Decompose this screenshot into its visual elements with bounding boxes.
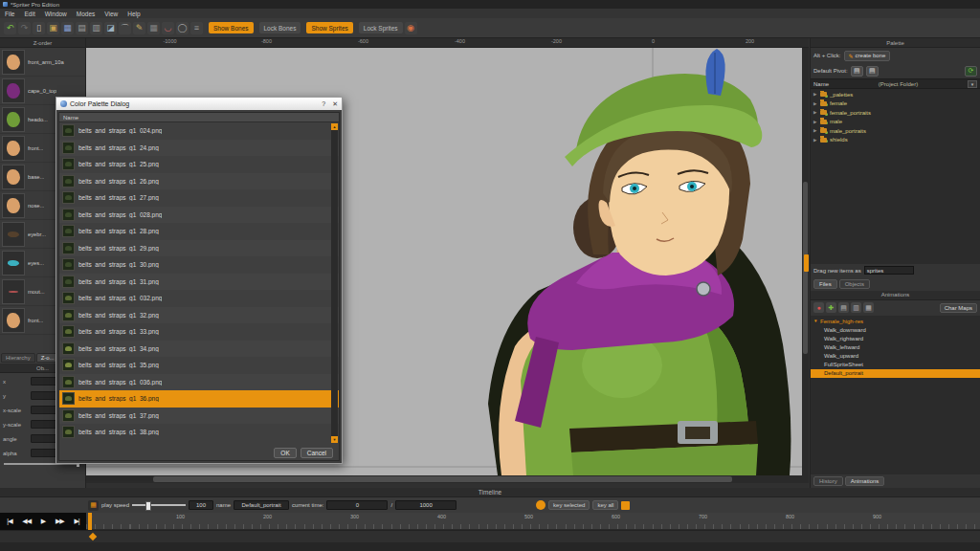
- palette-file-row[interactable]: belts_and_straps_g1_032.png: [59, 290, 339, 307]
- titlebar[interactable]: *Spriter Pro Edition: [0, 0, 980, 9]
- palette-file-row[interactable]: belts_and_straps_g1_36.png: [59, 390, 339, 408]
- char-maps-button[interactable]: Char Maps: [940, 303, 977, 313]
- zorder-row[interactable]: front_arm_10a: [0, 48, 85, 77]
- toolbar-icon[interactable]: ▦: [147, 22, 160, 34]
- panel-splitter-handle[interactable]: [804, 254, 809, 272]
- palette-file-row[interactable]: belts_and_straps_g1_024.png: [59, 122, 339, 140]
- ok-button[interactable]: OK: [274, 448, 296, 458]
- scroll-down-button[interactable]: ▼: [331, 436, 338, 443]
- toolbar-icon[interactable]: ▥: [90, 22, 102, 34]
- palette-file-row[interactable]: belts_and_straps_g1_036.png: [59, 374, 339, 391]
- current-time-field[interactable]: 0: [326, 500, 388, 510]
- scrollbar-thumb[interactable]: [153, 476, 732, 482]
- dialog-close-button[interactable]: ✕: [332, 100, 338, 108]
- tab-hierarchy[interactable]: Hierarchy: [1, 353, 35, 363]
- toolbar-icon[interactable]: ◉: [405, 22, 417, 34]
- tab-objects[interactable]: Objects: [839, 279, 870, 289]
- palette-file-row[interactable]: belts_and_straps_g1_31.png: [59, 274, 339, 291]
- toolbar-icon[interactable]: ⌒: [119, 22, 131, 34]
- duration-field[interactable]: 1000: [395, 500, 457, 510]
- playhead[interactable]: [88, 513, 92, 530]
- menu-item[interactable]: Edit: [19, 11, 39, 17]
- show-sprites-button[interactable]: Show Sprites: [306, 22, 352, 33]
- play-speed-value[interactable]: 100: [189, 500, 213, 510]
- palette-file-row[interactable]: belts_and_straps_g1_32.png: [59, 307, 339, 324]
- transport-button[interactable]: |◀: [7, 518, 11, 525]
- expand-icon[interactable]: ▶: [813, 110, 818, 115]
- pivot-folder-icon-button[interactable]: ▤: [866, 66, 879, 77]
- column-header-name[interactable]: Name: [59, 113, 339, 122]
- menu-item[interactable]: View: [100, 11, 122, 17]
- pivot-file-icon-button[interactable]: ▤: [851, 66, 863, 77]
- keyframe-diamond[interactable]: [89, 533, 97, 540]
- show-bones-button[interactable]: Show Bones: [209, 22, 254, 33]
- palette-file-row[interactable]: belts_and_straps_g1_37.png: [59, 408, 339, 425]
- scroll-up-button[interactable]: ▲: [331, 123, 338, 130]
- animation-item[interactable]: FullSpriteSheet: [811, 361, 980, 369]
- expand-icon[interactable]: ▶: [813, 120, 818, 124]
- animation-entity-root[interactable]: ▼ Female_high-res: [811, 317, 980, 326]
- palette-file-row[interactable]: belts_and_straps_g1_29.png: [59, 240, 339, 257]
- tab-files[interactable]: Files: [813, 279, 837, 289]
- toolbar-icon[interactable]: ✎: [133, 22, 145, 34]
- palette-file-row[interactable]: belts_and_straps_g1_34.png: [59, 341, 339, 358]
- animation-item[interactable]: Default_portrait: [811, 369, 980, 378]
- refresh-icon-button[interactable]: ⟳: [965, 66, 977, 77]
- expand-icon[interactable]: ▶: [813, 92, 818, 97]
- palette-file-row[interactable]: belts_and_straps_g1_26.png: [59, 173, 339, 190]
- folder-tree-item[interactable]: ▶ _palettes: [811, 90, 980, 99]
- drag-items-select[interactable]: sprites: [864, 266, 914, 275]
- transport-button[interactable]: ◀◀: [22, 518, 31, 525]
- folder-tree-item[interactable]: ▶ shields: [811, 136, 980, 145]
- toolbar-icon[interactable]: ▤: [76, 22, 88, 34]
- transport-button[interactable]: ▶|: [74, 518, 78, 525]
- expand-icon[interactable]: ▶: [813, 138, 818, 143]
- palette-file-row[interactable]: belts_and_straps_g1_028.png: [59, 207, 339, 224]
- keyframe-track[interactable]: [0, 530, 980, 542]
- key-selected-button[interactable]: key selected: [548, 500, 590, 510]
- animation-item[interactable]: Walk_upward: [811, 352, 980, 361]
- palette-file-row[interactable]: belts_and_straps_g1_38.png: [59, 424, 339, 441]
- menu-item[interactable]: Window: [40, 11, 72, 17]
- palette-file-row[interactable]: belts_and_straps_g1_33.png: [59, 323, 339, 341]
- animation-item[interactable]: Walk_downward: [811, 326, 980, 335]
- menu-item[interactable]: File: [0, 11, 19, 17]
- expand-icon[interactable]: ▶: [813, 101, 818, 106]
- play-speed-slider[interactable]: [132, 504, 186, 506]
- palette-file-row[interactable]: belts_and_straps_g1_24.png: [59, 140, 339, 157]
- toolbar-icon[interactable]: ▯: [33, 22, 45, 34]
- toolbar-icon[interactable]: ↶: [4, 22, 16, 34]
- toolbar-icon[interactable]: ▦: [61, 22, 74, 34]
- animation-tool-icon[interactable]: ▥: [851, 302, 861, 313]
- folder-tree-item[interactable]: ▶ male: [811, 118, 980, 127]
- palette-file-row[interactable]: belts_and_straps_g1_27.png: [59, 189, 339, 207]
- palette-file-row[interactable]: belts_and_straps_g1_30.png: [59, 256, 339, 274]
- menu-item[interactable]: Modes: [72, 11, 100, 17]
- canvas-horizontal-scrollbar[interactable]: [86, 475, 809, 483]
- tab-history[interactable]: History: [813, 476, 843, 486]
- dialog-scrollbar[interactable]: ▲ ▼: [331, 123, 338, 443]
- lock-bones-button[interactable]: Lock Bones: [259, 22, 301, 33]
- menu-item[interactable]: Help: [122, 11, 145, 17]
- dropdown-icon[interactable]: ▾: [968, 80, 977, 88]
- folder-tree-item[interactable]: ▶ male_portraits: [811, 126, 980, 136]
- animation-tool-icon[interactable]: ▦: [863, 302, 874, 313]
- palette-file-row[interactable]: belts_and_straps_g1_35.png: [59, 357, 339, 374]
- folder-tree-item[interactable]: ▶ female_portraits: [811, 108, 980, 118]
- toolbar-icon[interactable]: ◪: [104, 22, 117, 34]
- snap-grid-icon-button[interactable]: ▦: [88, 500, 99, 511]
- key-all-button[interactable]: key all: [592, 500, 618, 510]
- animation-tool-icon[interactable]: ▤: [838, 302, 849, 313]
- dialog-titlebar[interactable]: Color Palette Dialog ? ✕: [56, 98, 342, 110]
- toolbar-icon[interactable]: ≡: [190, 22, 203, 34]
- expand-icon[interactable]: ▶: [813, 128, 818, 133]
- tab-animations[interactable]: Animations: [845, 476, 885, 486]
- keyframe-icon-button[interactable]: [536, 500, 546, 510]
- lock-sprites-button[interactable]: Lock Sprites: [359, 22, 403, 33]
- create-bone-button[interactable]: ✎ create bone: [844, 51, 891, 61]
- toolbar-icon[interactable]: ◯: [176, 22, 189, 34]
- transport-button[interactable]: ▶: [41, 518, 45, 525]
- cancel-button[interactable]: Cancel: [301, 448, 333, 458]
- palette-file-row[interactable]: belts_and_straps_g1_25.png: [59, 156, 339, 173]
- folder-tree-item[interactable]: ▶ female: [811, 99, 980, 109]
